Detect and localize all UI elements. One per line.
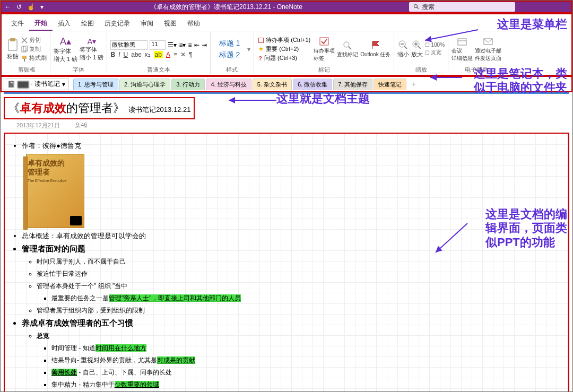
group-tags: 待办事项 (Ctrl+1) ★重要 (Ctrl+2) ?问题 (Ctrl+3) … [254, 32, 394, 74]
menu-draw[interactable]: 绘图 [76, 17, 99, 30]
copy-icon [21, 46, 28, 53]
highlight-button[interactable]: ab [154, 51, 163, 58]
clipboard-label: 剪贴板 [18, 65, 36, 74]
strike-button[interactable]: abc [131, 51, 141, 58]
flag-icon [370, 40, 381, 50]
section-tab-7[interactable]: 7. 其他保存 [333, 79, 372, 90]
menu-view[interactable]: 视图 [159, 17, 182, 30]
list-item[interactable]: 被迫忙于日常运作 [37, 269, 558, 278]
undo-icon[interactable]: ↺ [16, 3, 22, 11]
svg-point-0 [414, 5, 418, 8]
search-box[interactable]: 搜索 [409, 2, 515, 12]
outdent-icon[interactable]: ⇤ [194, 41, 199, 49]
tag-question[interactable]: ?问题 (Ctrl+3) [258, 54, 310, 62]
font-color-button[interactable]: A [166, 51, 170, 58]
overview-label[interactable]: 总览 [37, 332, 558, 341]
menu-insert[interactable]: 插入 [53, 17, 76, 30]
menu-help[interactable]: 帮助 [182, 17, 205, 30]
list-item[interactable]: 善用长处 - 自己、上司、下属、同事的长处 [51, 368, 558, 377]
section-tab-6[interactable]: 6. 微信收集 [293, 79, 332, 90]
style-heading2[interactable]: 标题 2 [219, 49, 240, 61]
find-tags-button[interactable]: 查找标记 [337, 40, 358, 58]
quick-access[interactable]: ← ↺ ☝ ▾ [5, 3, 44, 11]
notebook-selector[interactable]: 📓 ███ - 读书笔记 ▾ [4, 78, 69, 90]
cut-label: 剪切 [29, 36, 41, 44]
menu-file[interactable]: 文件 [6, 17, 29, 30]
menu-home[interactable]: 开始 [29, 16, 53, 31]
style-heading1[interactable]: 标题 1 [219, 38, 240, 49]
list-item[interactable]: 管理者本身处于一个" 组织 "当中 [37, 282, 558, 291]
editor-area[interactable]: 作者：彼得●德鲁克 卓有成效的 管理者 The Effective Execut… [4, 133, 569, 392]
list-item[interactable]: 结果导向- 重视对外界的贡献，尤其是对成果的贡献 [51, 356, 558, 365]
copy-button[interactable]: 复制 [21, 45, 47, 53]
paragraph-icon[interactable]: ¶ [189, 51, 192, 58]
heading-2[interactable]: 养成卓有成效管理者的五个习惯 [22, 318, 558, 328]
book-cover-image[interactable]: 卓有成效的 管理者 The Effective Executive [26, 154, 84, 228]
align-left-icon[interactable]: ≡ [173, 51, 177, 58]
section-tab-2[interactable]: 2. 沟通与心理学 [119, 79, 170, 90]
zoom-in-button[interactable]: 放大 [411, 40, 423, 58]
author-line[interactable]: 作者：彼得●德鲁克 [22, 141, 558, 151]
clipboard-small: 剪切 复制 格式刷 [21, 36, 47, 62]
menu-history[interactable]: 历史记录 [99, 17, 135, 30]
bullets-icon[interactable]: ☰▾ [168, 41, 177, 49]
section-tab-3[interactable]: 3. 行动力 [171, 79, 205, 90]
paste-label: 粘贴 [7, 53, 19, 60]
tags-label: 标记 [318, 65, 330, 74]
clear-format-icon[interactable]: ✕ [180, 51, 186, 58]
li-pre: 结果导向- 重视对外界的贡献，尤其是 [51, 356, 157, 364]
font-name-select[interactable]: 微软雅黑 [110, 40, 147, 50]
checkbox-icon [258, 38, 264, 43]
find-tags-label: 查找标记 [337, 51, 358, 58]
find-icon [342, 40, 353, 50]
paste-button[interactable]: 粘贴 [7, 38, 19, 60]
menu-review[interactable]: 审阅 [135, 17, 159, 30]
subscript-button[interactable]: x₂ [145, 51, 151, 58]
section-tab-1[interactable]: 1. 思考与管理 [73, 79, 118, 90]
send-email-button[interactable]: 通过电子邮 件发送页面 [475, 37, 501, 62]
heading-1[interactable]: 管理者面对的问题 [22, 244, 558, 254]
zoom-out-button[interactable]: 缩小 [397, 40, 409, 58]
page-width-button[interactable]: ☐页宽 [425, 49, 445, 56]
indent-icon[interactable]: ⇥ [202, 41, 207, 49]
list-item[interactable]: 管理者属于组织内部，受到组织的限制 [37, 306, 558, 315]
li-pre: 集中精力 - 精力集中于 [51, 381, 115, 388]
page-title-block[interactable]: 《卓有成效的管理者》 读书笔记2013.12.21 [4, 97, 195, 119]
styles-more-icon[interactable]: ▾ [247, 46, 250, 53]
tag-todo[interactable]: 待办事项 (Ctrl+1) [258, 36, 310, 44]
bold-button[interactable]: B [110, 51, 115, 58]
group-clipboard: 粘贴 剪切 复制 格式刷 剪贴板 [4, 32, 50, 74]
font-size-select[interactable]: 11 [150, 40, 166, 50]
zoom-in-icon [412, 40, 422, 49]
svg-line-1 [417, 7, 419, 9]
mail-icon [483, 37, 493, 46]
tag-important[interactable]: ★重要 (Ctrl+2) [258, 45, 310, 53]
italic-button[interactable]: I [118, 51, 120, 58]
list-item[interactable]: 最重要的任务之一是管理"旁系人士"，即直接上司和其他部门的人员 [51, 294, 558, 303]
touch-icon[interactable]: ☝ [27, 3, 35, 11]
section-tab-8[interactable]: 快速笔记 [374, 79, 406, 90]
format-painter-button[interactable]: 格式刷 [21, 54, 47, 62]
numbering-icon[interactable]: ≡▾ [179, 41, 186, 49]
font-enlarge-button[interactable]: A▴将字体 增大 1 磅 [54, 36, 77, 63]
cut-button[interactable]: 剪切 [21, 36, 47, 44]
add-section-button[interactable]: + [407, 79, 420, 90]
pw-icon: ☐ [425, 50, 430, 56]
list-item[interactable]: 时间只属于别人，而不属于自己 [37, 257, 558, 266]
back-icon[interactable]: ← [5, 3, 11, 11]
list-item[interactable]: 时间管理 - 知道时间用在什么地方 [51, 344, 558, 353]
zoom-out-icon [398, 40, 409, 49]
list-item[interactable]: 集中精力 - 精力集中于少数重要的领域 [51, 380, 558, 389]
todo-tag-button[interactable]: 待办事项 标签 [314, 37, 335, 62]
section-tab-5[interactable]: 5. 杂文杂书 [253, 79, 292, 90]
outlook-tasks-button[interactable]: Outlook 任务 [360, 40, 390, 58]
font-shrink-button[interactable]: A▾将字体 缩小 1 磅 [80, 37, 103, 62]
notebook-name-label: - 读书笔记 [30, 80, 59, 89]
align-icon[interactable]: ≡ [188, 41, 192, 49]
li-hl: 善用长处 [51, 369, 77, 376]
section-tab-4[interactable]: 4. 经济与科技 [206, 79, 251, 90]
tag-important-label: 重要 (Ctrl+2) [266, 45, 299, 53]
annotation-title: 这里就是文档主题 [276, 92, 370, 106]
underline-button[interactable]: U [123, 51, 128, 58]
summary-line[interactable]: 总体概述：卓有成效的管理是可以学会的 [22, 231, 558, 241]
